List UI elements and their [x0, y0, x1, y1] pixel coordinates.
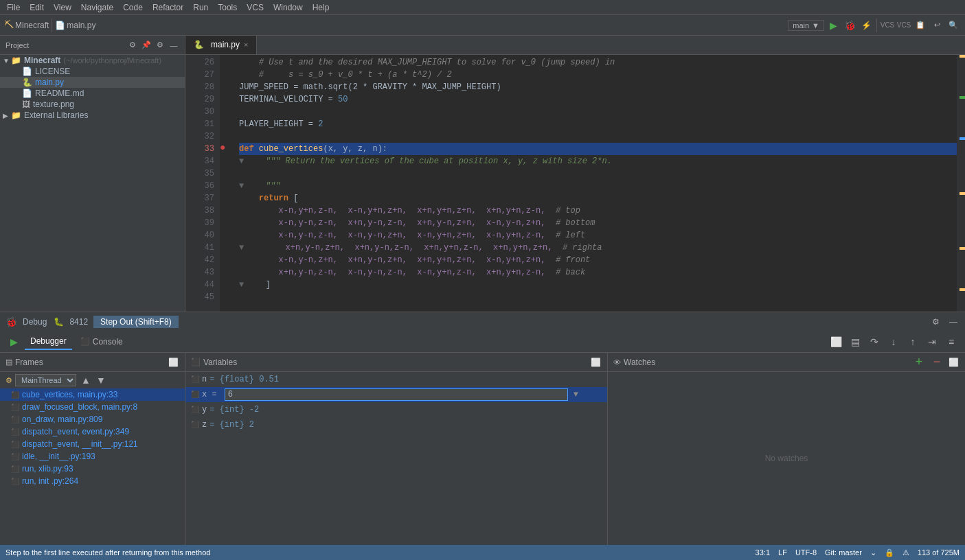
code-line-30	[239, 106, 957, 118]
frame-row-5[interactable]: ⬛ idle, __init__.py:193	[0, 450, 185, 463]
code-text-41: x+n,y-n,z+n, x+n,y-n,z-n, x+n,y+n,z-n, x…	[246, 242, 602, 254]
variables-expand-btn[interactable]: ⬜	[589, 356, 602, 369]
code-text-37: return [	[239, 192, 298, 205]
step-out-button[interactable]: Step Out (Shift+F8)	[93, 316, 179, 328]
vcs-button-2[interactable]: VCS	[896, 18, 911, 33]
step-over-btn[interactable]: ↷	[866, 334, 883, 350]
menu-refactor[interactable]: Refactor	[148, 0, 188, 14]
step-into-btn[interactable]: ↓	[885, 334, 902, 350]
minecraft-icon: ⛏	[4, 20, 14, 31]
code-line-43: x+n,y-n,z-n, x-n,y-n,z-n, x-n,y+n,z-n, x…	[239, 266, 957, 279]
menu-window[interactable]: Window	[269, 0, 307, 14]
frame-icon-0: ⬛	[11, 391, 19, 399]
debug-button[interactable]: 🐞	[842, 18, 857, 33]
menu-navigate[interactable]: Navigate	[77, 0, 117, 14]
sidebar-close-btn[interactable]: —	[168, 40, 179, 51]
resume-btn[interactable]: ▶	[5, 334, 22, 350]
code-area[interactable]: 26 27 28 29 30 31 32 33 34 35 36 37 38 3…	[185, 55, 965, 312]
code-text-43: x+n,y-n,z-n, x-n,y-n,z-n, x-n,y+n,z-n, x…	[239, 266, 585, 279]
var-dropdown-icon[interactable]: ▼	[574, 390, 578, 399]
sidebar-content: ▼ 📁 Minecraft (~/work/pythonproj/Minecra…	[0, 55, 185, 312]
thread-selector[interactable]: MainThread	[15, 374, 76, 386]
bp-40	[220, 228, 234, 240]
watches-add-btn[interactable]: +	[911, 355, 927, 370]
step-out-small-btn[interactable]: ↑	[905, 334, 921, 350]
frame-row-1[interactable]: ⬛ draw_focused_block, main.py:8	[0, 401, 185, 413]
console-icon: ⬛	[80, 337, 90, 346]
var-icon-y: ⬛	[191, 406, 199, 414]
tab-main-py[interactable]: 🐍 main.py ×	[185, 36, 257, 54]
tree-root[interactable]: ▼ 📁 Minecraft (~/work/pythonproj/Minecra…	[0, 55, 185, 66]
tree-texture[interactable]: 🖼 texture.png	[0, 99, 185, 110]
frame-name-4: dispatch_event, __init__.py:121	[22, 439, 138, 449]
watches-remove-btn[interactable]: −	[929, 355, 944, 370]
run-cursor-btn[interactable]: ⇥	[924, 334, 940, 350]
watches-icon: 👁	[613, 358, 621, 366]
debug-minimize-btn[interactable]: —	[947, 316, 960, 328]
toolbar-run-section: main ▼ ▶ 🐞 ⚡ VCS VCS 📋 ↩ 🔍	[788, 18, 961, 33]
menu-edit[interactable]: Edit	[25, 0, 48, 14]
menu-view[interactable]: View	[49, 0, 76, 14]
menu-vcs[interactable]: VCS	[242, 0, 268, 14]
sidebar-pin-btn[interactable]: 📌	[141, 40, 152, 51]
debugger-tab-label: Debugger	[30, 336, 67, 346]
tree-readme[interactable]: 📄 README.md	[0, 88, 185, 99]
tab-py-icon: 🐍	[194, 40, 204, 49]
debug-settings-btn[interactable]: ⚙	[929, 316, 942, 328]
tab-console[interactable]: ⬛ Console	[75, 334, 128, 349]
frame-up-btn[interactable]: ▲	[79, 373, 93, 387]
terminal-button[interactable]: 📋	[913, 18, 928, 33]
frames-expand-btn[interactable]: ⬜	[167, 356, 179, 369]
search-button[interactable]: 🔍	[946, 18, 961, 33]
frame-row-4[interactable]: ⬛ dispatch_event, __init__.py:121	[0, 438, 185, 450]
func-name: cube_vertices	[259, 143, 323, 155]
status-encoding[interactable]: UTF-8	[795, 548, 817, 557]
breakpoint-dot: ●	[220, 143, 225, 152]
tab-debugger[interactable]: Debugger	[25, 334, 72, 350]
frame-down-btn[interactable]: ▼	[94, 373, 108, 387]
frame-name-0: cube_vertices, main.py:33	[22, 390, 117, 399]
debug-icon: 🐞	[5, 316, 17, 327]
variables-header: ⬛ Variables ⬜	[185, 353, 607, 372]
frame-row-3[interactable]: ⬛ dispatch_event, event.py:349	[0, 425, 185, 438]
gutter-mark-5	[960, 247, 965, 250]
vcs-button-1[interactable]: VCS	[880, 18, 895, 33]
ln-43: 43	[195, 266, 214, 279]
menu-run[interactable]: Run	[189, 0, 212, 14]
frame-row-0[interactable]: ⬛ cube_vertices, main.py:33	[0, 388, 185, 401]
status-position[interactable]: 33:1	[756, 548, 770, 557]
menu-help[interactable]: Help	[308, 0, 334, 14]
sidebar-settings-btn[interactable]: ⚙	[127, 40, 138, 51]
evaluate-btn[interactable]: ≡	[943, 334, 960, 350]
external-label: External Libraries	[24, 110, 88, 120]
undo-button[interactable]: ↩	[929, 18, 944, 33]
tree-main-py[interactable]: 🐍 main.py	[0, 77, 185, 88]
status-vcs[interactable]: Git: master	[825, 548, 862, 557]
menu-tools[interactable]: Tools	[214, 0, 241, 14]
run-config[interactable]: main ▼	[788, 20, 824, 31]
run-button[interactable]: ▶	[826, 18, 841, 33]
frame-row-2[interactable]: ⬛ on_draw, main.py:809	[0, 413, 185, 425]
menu-code[interactable]: Code	[119, 0, 147, 14]
restore-btn[interactable]: ⬜	[828, 334, 844, 350]
right-gutter	[957, 55, 965, 312]
main-py-icon: 🐍	[22, 78, 32, 87]
var-input-x[interactable]	[225, 388, 568, 401]
tab-close-icon[interactable]: ×	[244, 40, 248, 49]
separator-1	[52, 19, 52, 32]
menu-file[interactable]: File	[3, 0, 24, 14]
bp-31	[220, 117, 234, 129]
ln-35: 35	[195, 167, 214, 180]
frames-btn[interactable]: ▤	[847, 334, 863, 350]
tree-external[interactable]: ▶ 📁 External Libraries	[0, 110, 185, 121]
watches-expand-btn[interactable]: ⬜	[947, 356, 960, 369]
status-lf[interactable]: LF	[778, 548, 787, 557]
sidebar-gear-btn[interactable]: ⚙	[155, 40, 166, 51]
code-line-32	[239, 130, 957, 143]
tree-license[interactable]: 📄 LICENSE	[0, 66, 185, 77]
coverage-button[interactable]: ⚡	[859, 18, 874, 33]
frame-row-6[interactable]: ⬛ run, xlib.py:93	[0, 463, 185, 475]
code-line-28: JUMP_SPEED = math.sqrt(2 * GRAVITY * MAX…	[239, 81, 957, 93]
frame-row-7[interactable]: ⬛ run, init .py:264	[0, 475, 185, 487]
watches-header: 👁 Watches + − ⬜	[608, 353, 965, 372]
